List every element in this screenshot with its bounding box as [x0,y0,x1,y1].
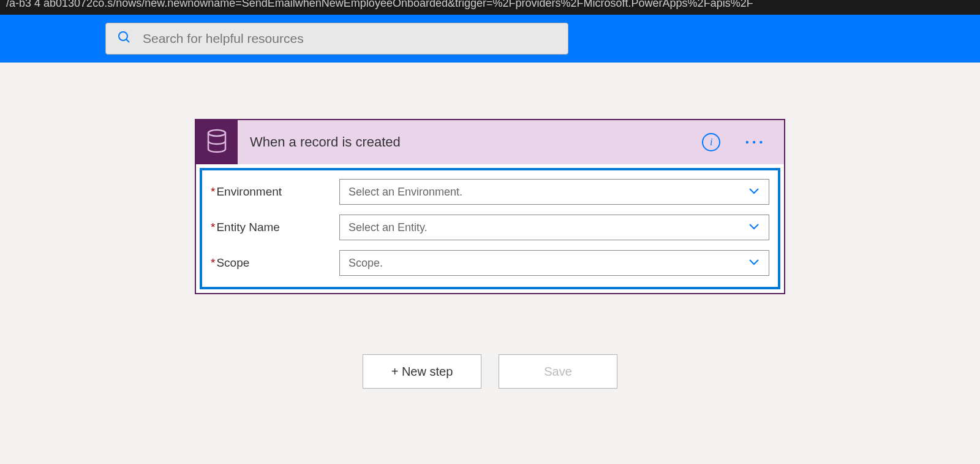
required-asterisk: * [211,185,215,198]
card-header[interactable]: When a record is created i ··· [196,120,784,164]
required-asterisk: * [211,256,215,269]
connector-icon-box [196,120,238,164]
database-icon [206,129,228,156]
url-text: /a-b3 4 ab013072co.s/nows/new.newnowname… [6,0,753,9]
more-menu-icon[interactable]: ··· [745,134,766,150]
info-icon[interactable]: i [702,133,720,151]
address-bar: /a-b3 4 ab013072co.s/nows/new.newnowname… [0,0,980,15]
field-row-environment: *Environment Select an Environment. [211,179,769,205]
card-body: *Environment Select an Environment. *Ent… [200,168,780,289]
dropdown-placeholder: Select an Environment. [349,186,462,199]
field-label: *Environment [211,185,339,199]
svg-point-0 [119,32,127,40]
search-box[interactable] [105,23,568,55]
search-input[interactable] [143,31,557,46]
chevron-down-icon [748,257,760,268]
required-asterisk: * [211,221,215,234]
search-icon [117,30,132,47]
top-banner [0,15,980,63]
button-row: + New step Save [363,354,617,389]
environment-dropdown[interactable]: Select an Environment. [339,179,769,205]
dropdown-placeholder: Scope. [349,257,383,270]
flow-canvas: When a record is created i ··· *Environm… [0,63,980,389]
chevron-down-icon [748,222,760,233]
field-label: *Entity Name [211,221,339,234]
trigger-card: When a record is created i ··· *Environm… [195,119,785,294]
svg-line-1 [126,39,129,42]
card-title: When a record is created [250,134,702,150]
card-header-content: When a record is created i ··· [238,120,784,164]
dropdown-placeholder: Select an Entity. [349,221,428,234]
field-row-scope: *Scope Scope. [211,250,769,276]
field-label: *Scope [211,256,339,270]
chevron-down-icon [748,186,760,197]
scope-dropdown[interactable]: Scope. [339,250,769,276]
save-button[interactable]: Save [499,354,617,389]
entity-name-dropdown[interactable]: Select an Entity. [339,215,769,240]
new-step-button[interactable]: + New step [363,354,481,389]
field-row-entity-name: *Entity Name Select an Entity. [211,215,769,240]
svg-point-2 [208,130,225,136]
